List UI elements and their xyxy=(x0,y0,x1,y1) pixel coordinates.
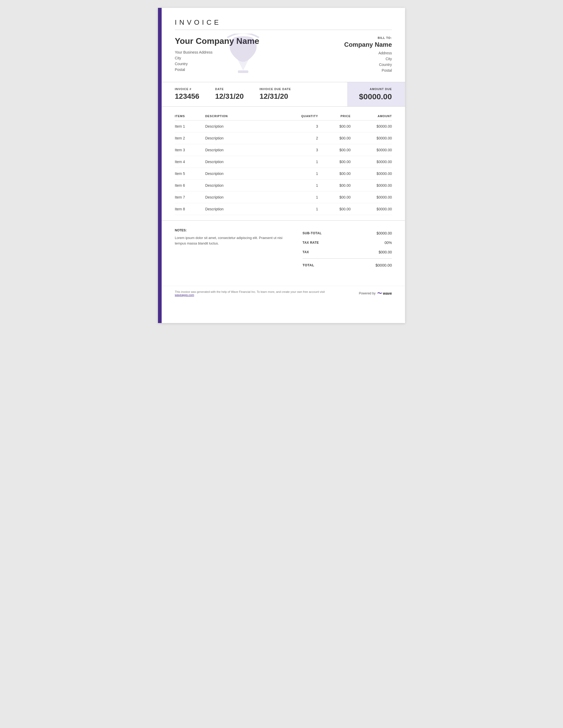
items-table: ITEMS DESCRIPTION QUANTITY PRICE AMOUNT … xyxy=(175,112,392,215)
table-row: Item 8 Description 1 $00.00 $0000.00 xyxy=(175,203,392,215)
footer-legal-prefix: This invoice was generated with the help… xyxy=(175,290,325,293)
col-header-quantity: QUANTITY xyxy=(292,112,318,121)
item-qty-7: 1 xyxy=(292,203,318,215)
invoice-date-label: DATE xyxy=(215,87,244,91)
bill-to-city: City xyxy=(344,57,392,61)
item-price-6: $00.00 xyxy=(318,191,351,203)
item-price-3: $00.00 xyxy=(318,156,351,168)
notes-label: NOTES: xyxy=(175,228,292,232)
item-desc-3: Description xyxy=(205,156,292,168)
invoice-title: INVOICE xyxy=(175,18,392,30)
item-amount-1: $0000.00 xyxy=(351,132,392,144)
item-desc-4: Description xyxy=(205,168,292,180)
col-header-description: DESCRIPTION xyxy=(205,112,292,121)
item-price-4: $00.00 xyxy=(318,168,351,180)
item-qty-4: 1 xyxy=(292,168,318,180)
item-desc-0: Description xyxy=(205,121,292,132)
bill-to-address: Address xyxy=(344,51,392,55)
item-amount-6: $0000.00 xyxy=(351,191,392,203)
item-name-3: Item 4 xyxy=(175,156,205,168)
amount-due-label: AMOUNT DUE xyxy=(370,87,392,91)
item-desc-1: Description xyxy=(205,132,292,144)
page-footer: This invoice was generated with the help… xyxy=(162,286,405,301)
bill-to-label: BILL TO: xyxy=(344,36,392,39)
subtotal-row: SUB-TOTAL $0000.00 xyxy=(303,228,392,238)
wave-icon: 〜 xyxy=(377,290,382,297)
bill-to-country: Country xyxy=(344,63,392,67)
col-header-price: PRICE xyxy=(318,112,351,121)
notes-col: NOTES: Lorem ipsum dolor sit amet, conse… xyxy=(175,228,292,270)
invoice-due-date-field: INVOICE DUE DATE 12/31/20 xyxy=(259,87,291,101)
invoice-number-value: 123456 xyxy=(175,92,199,101)
item-qty-0: 3 xyxy=(292,121,318,132)
amount-due-field: AMOUNT DUE $0000.00 xyxy=(347,82,405,106)
item-name-2: Item 3 xyxy=(175,144,205,156)
footer-section: NOTES: Lorem ipsum dolor sit amet, conse… xyxy=(162,221,405,275)
item-name-7: Item 8 xyxy=(175,203,205,215)
invoice-meta: INVOICE # 123456 DATE 12/31/20 INVOICE D… xyxy=(162,82,405,107)
item-qty-3: 1 xyxy=(292,156,318,168)
item-amount-7: $0000.00 xyxy=(351,203,392,215)
tax-rate-row: TAX RATE 00% xyxy=(303,238,392,247)
item-desc-2: Description xyxy=(205,144,292,156)
item-amount-5: $0000.00 xyxy=(351,180,392,191)
totals-col: SUB-TOTAL $0000.00 TAX RATE 00% TAX $000… xyxy=(303,228,392,270)
item-price-7: $00.00 xyxy=(318,203,351,215)
table-row: Item 3 Description 3 $00.00 $0000.00 xyxy=(175,144,392,156)
item-qty-1: 2 xyxy=(292,132,318,144)
item-qty-6: 1 xyxy=(292,191,318,203)
wave-logo: 〜 wave xyxy=(377,290,392,297)
pen-watermark-icon xyxy=(222,34,264,77)
svg-rect-1 xyxy=(238,70,248,73)
item-price-0: $00.00 xyxy=(318,121,351,132)
item-desc-5: Description xyxy=(205,180,292,191)
item-name-4: Item 5 xyxy=(175,168,205,180)
notes-text: Lorem ipsum dolor sit amet, consectetur … xyxy=(175,235,292,246)
item-price-1: $00.00 xyxy=(318,132,351,144)
item-price-2: $00.00 xyxy=(318,144,351,156)
tax-row: TAX $000.00 xyxy=(303,247,392,257)
table-row: Item 4 Description 1 $00.00 $0000.00 xyxy=(175,156,392,168)
invoice-number-label: INVOICE # xyxy=(175,87,199,91)
total-label: TOTAL xyxy=(303,263,315,267)
table-row: Item 5 Description 1 $00.00 $0000.00 xyxy=(175,168,392,180)
powered-by-label: Powered by xyxy=(359,292,375,295)
col-header-amount: AMOUNT xyxy=(351,112,392,121)
item-amount-3: $0000.00 xyxy=(351,156,392,168)
invoice-due-date-value: 12/31/20 xyxy=(259,92,291,101)
item-qty-5: 1 xyxy=(292,180,318,191)
col-header-items: ITEMS xyxy=(175,112,205,121)
item-amount-0: $0000.00 xyxy=(351,121,392,132)
subtotal-value: $0000.00 xyxy=(377,231,392,235)
item-qty-2: 3 xyxy=(292,144,318,156)
invoice-page: INVOICE xyxy=(158,8,405,323)
tax-rate-value: 00% xyxy=(385,241,392,245)
bill-to-section: BILL TO: Company Name Address City Count… xyxy=(344,36,392,74)
total-row: TOTAL $0000.00 xyxy=(303,260,392,270)
item-name-6: Item 7 xyxy=(175,191,205,203)
waveapps-link[interactable]: waveapps.com xyxy=(175,293,194,297)
amount-due-value: $0000.00 xyxy=(359,92,392,101)
company-from: Your Company Name Your Business Address … xyxy=(175,36,259,73)
table-row: Item 7 Description 1 $00.00 $0000.00 xyxy=(175,191,392,203)
item-name-0: Item 1 xyxy=(175,121,205,132)
item-name-5: Item 6 xyxy=(175,180,205,191)
bill-to-postal: Postal xyxy=(344,68,392,72)
invoice-date-field: DATE 12/31/20 xyxy=(215,87,244,101)
item-name-1: Item 2 xyxy=(175,132,205,144)
item-desc-6: Description xyxy=(205,191,292,203)
tax-label: TAX xyxy=(303,250,309,254)
table-row: Item 6 Description 1 $00.00 $0000.00 xyxy=(175,180,392,191)
item-amount-4: $0000.00 xyxy=(351,168,392,180)
tax-value: $000.00 xyxy=(379,250,392,254)
item-price-5: $00.00 xyxy=(318,180,351,191)
tax-rate-label: TAX RATE xyxy=(303,241,319,245)
wave-brand-name: wave xyxy=(383,291,392,295)
invoice-date-value: 12/31/20 xyxy=(215,92,244,101)
powered-by: Powered by 〜 wave xyxy=(359,290,392,297)
subtotal-label: SUB-TOTAL xyxy=(303,231,322,235)
footer-legal-text: This invoice was generated with the help… xyxy=(175,290,333,297)
item-desc-7: Description xyxy=(205,203,292,215)
invoice-number-field: INVOICE # 123456 xyxy=(175,87,199,101)
items-section: ITEMS DESCRIPTION QUANTITY PRICE AMOUNT … xyxy=(162,107,405,221)
